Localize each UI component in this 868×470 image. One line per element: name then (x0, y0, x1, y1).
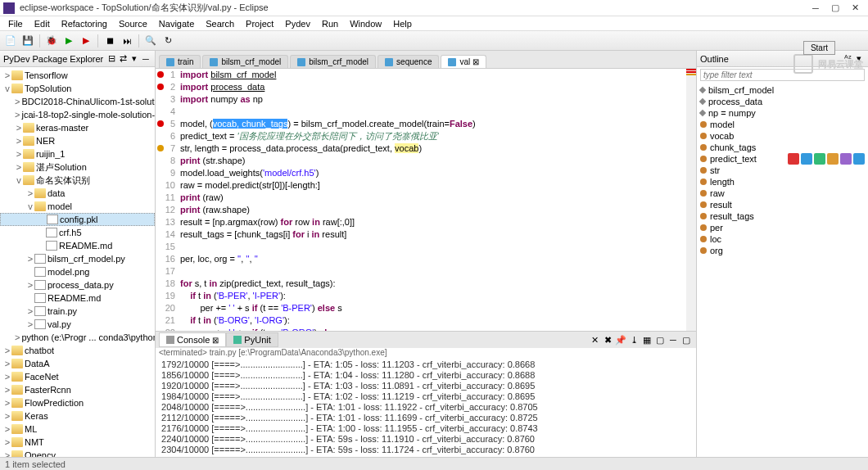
tab-bilsm_crf_model[interactable]: bilsm_crf_model (202, 55, 288, 68)
tree-item[interactable]: >process_data.py (0, 278, 155, 291)
menu-project[interactable]: Project (241, 18, 278, 29)
tree-item[interactable]: >NER (0, 134, 155, 147)
tab-pyunit[interactable]: PyUnit (226, 332, 278, 347)
collapse-all-icon[interactable]: ⊟ (106, 53, 117, 65)
package-tree[interactable]: >TensorflowvTopSolution>BDCI2018-ChinaUl… (0, 67, 155, 457)
tree-item[interactable]: crf.h5 (0, 226, 155, 239)
outline-title: Outline (700, 54, 842, 64)
tree-item[interactable]: >NMT (0, 436, 155, 449)
tree-item[interactable]: config.pkl (0, 213, 155, 226)
start-button[interactable]: Start (803, 41, 835, 55)
tree-item[interactable]: >jcai-18-top2-single-mole-solution-maste… (0, 108, 155, 121)
tree-item[interactable]: >ruijin_1 (0, 147, 155, 160)
outline-item[interactable]: model (700, 119, 865, 130)
tree-item[interactable]: >val.py (0, 318, 155, 331)
skip-icon[interactable]: ⏭ (120, 34, 134, 48)
outline-filter[interactable] (700, 69, 865, 81)
console-scroll-icon[interactable]: ⤓ (627, 333, 640, 346)
refresh-icon[interactable]: ↻ (160, 34, 175, 48)
run-icon[interactable]: ▶ (61, 34, 76, 48)
status-text: 1 item selected (5, 459, 66, 469)
menu-run[interactable]: Run (317, 18, 343, 29)
outline-sort-icon[interactable]: ᴬᶻ (842, 53, 853, 65)
minimize-panel-icon[interactable]: ─ (140, 53, 151, 65)
outline-item[interactable]: str (700, 165, 865, 176)
tree-item[interactable]: >keras-master (0, 121, 155, 134)
tree-item[interactable]: >ML (0, 423, 155, 436)
tree-item[interactable]: >Tensorflow (0, 69, 155, 82)
tree-item[interactable]: README.md (0, 291, 155, 305)
outline-item[interactable]: bilsm_crf_model (700, 84, 865, 96)
tab-train[interactable]: train (159, 55, 201, 68)
menu-source[interactable]: Source (114, 18, 152, 29)
view-menu-icon[interactable]: ▾ (129, 53, 140, 65)
save-icon[interactable]: 💾 (20, 34, 35, 48)
outline-item[interactable]: loc (700, 233, 865, 245)
tree-item[interactable]: vmodel (0, 200, 155, 213)
outline-item[interactable]: per (700, 222, 865, 233)
tree-item[interactable]: >Opencv (0, 449, 155, 457)
console-min-icon[interactable]: ─ (667, 333, 680, 346)
tree-item[interactable]: >train.py (0, 305, 155, 318)
tree-item[interactable]: >Keras (0, 409, 155, 423)
search-icon[interactable]: 🔍 (143, 34, 158, 48)
new-icon[interactable]: 📄 (3, 34, 18, 48)
outline-item[interactable]: raw (700, 188, 865, 199)
tree-item[interactable]: >FasterRcnn (0, 383, 155, 396)
outline-item[interactable]: process_data (700, 96, 865, 107)
menu-edit[interactable]: Edit (29, 18, 55, 29)
tree-item[interactable]: >bilsm_crf_model.py (0, 252, 155, 265)
menu-pydev[interactable]: Pydev (280, 18, 315, 29)
outline-item[interactable]: result_tags (700, 210, 865, 222)
minimize-button[interactable]: ─ (806, 1, 825, 16)
menu-file[interactable]: File (3, 18, 28, 29)
menu-bar: FileEditRefactoringSourceNavigateSearchP… (0, 16, 868, 31)
close-button[interactable]: ✕ (845, 1, 865, 16)
menu-window[interactable]: Window (345, 18, 387, 29)
link-editor-icon[interactable]: ⇄ (117, 53, 129, 65)
outline-item[interactable]: org (700, 245, 865, 256)
ext-tools-icon[interactable]: ▶ (79, 34, 93, 48)
tree-item[interactable]: >DataA (0, 357, 155, 370)
code-editor[interactable]: 1234567891011121314151617181920212223242… (156, 69, 696, 331)
tree-item[interactable]: >FaceNet (0, 370, 155, 383)
menu-search[interactable]: Search (201, 18, 239, 29)
tab-console[interactable]: Console ⊠ (159, 332, 226, 347)
debug-icon[interactable]: 🐞 (44, 34, 59, 48)
tree-item[interactable]: model.png (0, 265, 155, 278)
scroll-map (686, 69, 696, 331)
console-remove-icon[interactable]: ✖ (601, 333, 614, 346)
console-clear-icon[interactable]: ✕ (588, 333, 601, 346)
console-output[interactable]: 1792/10000 [====>.......................… (156, 359, 696, 457)
tree-item[interactable]: v命名实体识别 (0, 174, 155, 187)
tab-sequence[interactable]: sequence (377, 55, 439, 68)
tree-item[interactable]: README.md (0, 239, 155, 252)
console-pin-icon[interactable]: 📌 (614, 333, 627, 346)
tree-item[interactable]: >data (0, 187, 155, 200)
outline-item[interactable]: np = numpy (700, 107, 865, 119)
outline-menu-icon[interactable]: ▾ (853, 53, 865, 65)
menu-help[interactable]: Help (388, 18, 417, 29)
console-max-icon[interactable]: ▢ (680, 333, 693, 346)
stop-icon[interactable]: ◼ (102, 34, 117, 48)
console-open-icon[interactable]: ▢ (653, 333, 667, 346)
tree-item[interactable]: vTopSolution (0, 82, 155, 95)
outline-item[interactable]: chunk_tags (700, 142, 865, 153)
maximize-button[interactable]: ▢ (825, 1, 845, 16)
outline-item[interactable]: result (700, 199, 865, 210)
tree-item[interactable]: >BDCI2018-ChinaUlicom-1st-solution-maste… (0, 95, 155, 108)
console-header: <terminated> train.py [e:\ProgramData\An… (156, 348, 696, 359)
tree-item[interactable]: >chatbot (0, 344, 155, 357)
menu-navigate[interactable]: Navigate (154, 18, 199, 29)
console-display-icon[interactable]: ▦ (640, 333, 653, 346)
tree-item[interactable]: >FlowPrediction (0, 396, 155, 409)
menu-refactoring[interactable]: Refactoring (57, 18, 112, 29)
tree-item[interactable]: >湛卢Solution (0, 160, 155, 174)
outline-list[interactable]: bilsm_crf_modelprocess_datanp = numpymod… (697, 83, 868, 457)
tab-bilsm_crf_model[interactable]: bilsm_crf_model (290, 55, 376, 68)
tree-item[interactable]: >python (e:\Progr ... conda3\python.exe) (0, 331, 155, 344)
outline-item[interactable]: vocab (700, 130, 865, 142)
window-title: eclipse-workspace - TopSolution/命名实体识别/v… (20, 2, 806, 14)
outline-item[interactable]: length (700, 176, 865, 188)
tab-val[interactable]: val ⊠ (441, 55, 486, 68)
